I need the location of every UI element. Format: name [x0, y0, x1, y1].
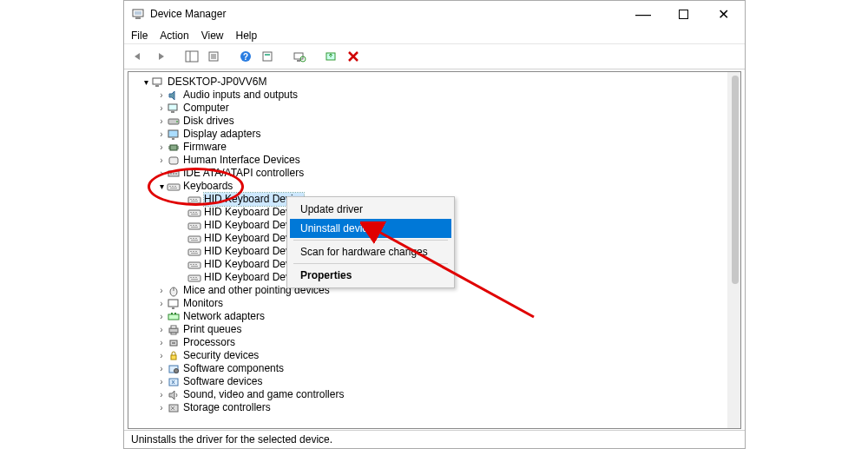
svg-rect-12	[263, 52, 272, 61]
svg-rect-92	[169, 405, 178, 412]
svg-rect-87	[172, 342, 175, 344]
menu-action[interactable]: Action	[160, 30, 188, 42]
svg-rect-84	[171, 326, 176, 328]
action-button[interactable]	[258, 46, 279, 67]
svg-rect-39	[174, 186, 176, 187]
svg-rect-61	[188, 249, 201, 255]
menu-help[interactable]: Help	[236, 30, 258, 42]
category-computer[interactable]: ›Computer	[128, 102, 727, 115]
svg-rect-21	[171, 111, 174, 113]
svg-point-34	[173, 173, 174, 175]
tree-root[interactable]: ▾DESKTOP-JP0VV6M	[128, 76, 727, 89]
svg-rect-19	[155, 85, 159, 87]
svg-rect-47	[190, 212, 192, 213]
computer-icon	[167, 102, 181, 115]
svg-rect-59	[195, 238, 197, 239]
scrollbar[interactable]	[727, 72, 740, 428]
svg-rect-85	[171, 333, 176, 334]
maximize-button[interactable]	[663, 1, 703, 27]
svg-rect-25	[172, 138, 174, 140]
ctx-properties[interactable]: Properties	[290, 266, 451, 285]
svg-rect-62	[190, 251, 192, 252]
category-processors[interactable]: ›Processors	[128, 336, 727, 349]
category-network-adapters[interactable]: ›Network adapters	[128, 310, 727, 323]
svg-rect-75	[191, 279, 198, 280]
titlebar[interactable]: Device Manager — ✕	[124, 1, 745, 27]
category-print-queues[interactable]: ›Print queues	[128, 323, 727, 336]
menu-view[interactable]: View	[201, 30, 224, 42]
category-disk-drives[interactable]: ›Disk drives	[128, 115, 727, 128]
menubar: File Action View Help	[124, 27, 745, 44]
properties-button[interactable]	[204, 46, 225, 67]
svg-rect-66	[188, 262, 201, 268]
swdev-icon	[167, 376, 181, 388]
svg-rect-64	[195, 251, 197, 252]
audio-icon	[167, 89, 181, 102]
svg-rect-74	[195, 277, 197, 278]
svg-rect-83	[169, 328, 178, 333]
category-audio-inputs-and-outputs[interactable]: ›Audio inputs and outputs	[128, 89, 727, 102]
scan-hardware-button[interactable]	[289, 46, 310, 67]
minimize-button[interactable]: —	[623, 1, 663, 27]
security-icon	[167, 350, 181, 362]
svg-point-33	[170, 173, 172, 175]
svg-rect-42	[190, 199, 192, 200]
svg-rect-54	[195, 225, 197, 226]
ctx-scan-hardware[interactable]: Scan for hardware changes	[290, 242, 451, 261]
category-software-devices[interactable]: ›Software devices	[128, 375, 727, 388]
keyboard-icon	[187, 272, 201, 284]
uninstall-button[interactable]	[343, 46, 364, 67]
svg-rect-14	[294, 53, 303, 59]
svg-rect-57	[190, 238, 192, 239]
svg-rect-88	[171, 355, 176, 360]
svg-rect-41	[188, 197, 201, 203]
keyboard-icon	[187, 259, 201, 271]
category-display-adapters[interactable]: ›Display adapters	[128, 128, 727, 141]
chip-icon	[167, 142, 181, 154]
category-security-devices[interactable]: ›Security devices	[128, 349, 727, 362]
ctx-uninstall-device[interactable]: Uninstall device	[290, 219, 451, 238]
root-label: DESKTOP-JP0VV6M	[168, 76, 266, 89]
svg-rect-26	[170, 145, 177, 150]
category-keyboards[interactable]: ▾Keyboards	[128, 180, 727, 193]
help-button[interactable]: ?	[235, 46, 256, 67]
svg-rect-72	[190, 277, 192, 278]
ctx-update-driver[interactable]: Update driver	[290, 200, 451, 219]
svg-rect-52	[190, 225, 192, 226]
nav-back-button[interactable]	[128, 46, 148, 67]
category-ide-ata-atapi-controllers[interactable]: ›IDE ATA/ATAPI controllers	[128, 167, 727, 180]
keyboard-icon	[167, 181, 181, 193]
printer-icon	[167, 324, 181, 336]
nav-forward-button[interactable]	[150, 46, 171, 67]
display-icon	[167, 129, 181, 141]
close-button[interactable]: ✕	[703, 1, 743, 27]
svg-rect-63	[193, 251, 194, 252]
svg-rect-55	[191, 227, 198, 228]
svg-rect-44	[195, 199, 197, 200]
category-sound-video-and-game-controllers[interactable]: ›Sound, video and game controllers	[128, 388, 727, 401]
category-software-components[interactable]: ›Software components	[128, 362, 727, 375]
svg-rect-2	[135, 17, 141, 19]
disk-icon	[167, 116, 181, 128]
category-storage-controllers[interactable]: ›Storage controllers	[128, 401, 727, 414]
category-monitors[interactable]: ›Monitors	[128, 297, 727, 310]
svg-rect-13	[265, 54, 270, 56]
category-human-interface-devices[interactable]: ›Human Interface Devices	[128, 154, 727, 167]
svg-rect-45	[191, 201, 198, 201]
show-hide-tree-button[interactable]	[181, 46, 202, 67]
update-driver-button[interactable]	[320, 46, 341, 67]
svg-point-35	[175, 173, 177, 175]
svg-rect-18	[153, 78, 161, 84]
svg-rect-43	[193, 199, 194, 200]
svg-text:?: ?	[243, 52, 248, 62]
svg-rect-60	[191, 240, 198, 241]
svg-rect-4	[186, 51, 198, 62]
storage-icon	[167, 402, 181, 414]
scrollbar-thumb[interactable]	[732, 76, 739, 284]
category-firmware[interactable]: ›Firmware	[128, 141, 727, 154]
menu-file[interactable]: File	[131, 30, 148, 42]
svg-rect-15	[297, 60, 300, 62]
svg-rect-48	[193, 212, 194, 213]
svg-rect-20	[168, 104, 177, 110]
svg-rect-78	[168, 300, 178, 307]
